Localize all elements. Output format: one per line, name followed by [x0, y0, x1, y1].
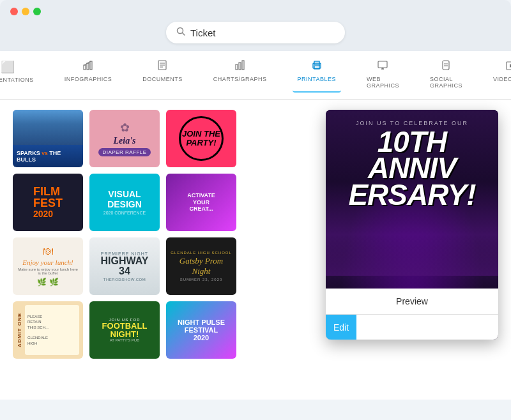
card-football[interactable]: JOIN US FOR FOOTBALLNIGHT! AT PATTY'S PU… [89, 301, 160, 359]
overlay-anniversary-card: JOIN US TO CELEBRATE OUR 10THANNIVERSARY… [326, 110, 498, 340]
svg-rect-3 [87, 63, 89, 70]
gatsby-school: GLENDALE HIGH SCHOOL [171, 251, 232, 255]
sidebar-item-documents[interactable]: DOCUMENTS [137, 57, 188, 93]
presentations-label: PRESENTATIONS [0, 77, 34, 83]
svg-point-15 [319, 64, 320, 66]
infographics-label: INFOGRAPHICS [65, 76, 112, 82]
leias-subtitle: DIAPER RAFFLE [98, 148, 150, 156]
lunch-leaves: 🌿 🌿 [37, 278, 59, 287]
documents-icon [158, 60, 167, 73]
card-visual[interactable]: VISUALDESIGN 2020 CONFERENCE [89, 174, 160, 231]
printables-label: PRINTABLES [298, 76, 336, 82]
lunch-icon: 🍽 [43, 246, 53, 257]
overlay-placeholder-4 [243, 301, 313, 359]
card-sparks[interactable]: SPARKS VS THE BULLS [13, 110, 83, 167]
printables-icon [312, 60, 322, 73]
svg-rect-9 [236, 64, 238, 70]
svg-rect-4 [90, 61, 92, 70]
sparks-text: SPARKS VS THE BULLS [17, 151, 79, 163]
visual-sub: 2020 CONFERENCE [103, 211, 146, 215]
traffic-light-green[interactable] [33, 8, 41, 15]
card-leias[interactable]: ✿ Leia's DIAPER RAFFLE [89, 110, 160, 167]
sidebar-item-infographics[interactable]: INFOGRAPHICS [59, 57, 118, 93]
charts-icon [235, 60, 245, 73]
visual-title: VISUALDESIGN [107, 190, 142, 209]
gatsby-sub: SUMMER 23, 2020 [180, 278, 223, 281]
search-icon [176, 27, 185, 38]
overlay-placeholder-3 [243, 237, 313, 295]
svg-rect-10 [239, 63, 241, 70]
charts-label: CHARTS/GRAPHS [213, 76, 267, 82]
sidebar-item-webgraphics[interactable]: WEB GRAPHICS [362, 57, 404, 93]
highway-title: HIGHWAY34 [101, 256, 149, 276]
card-lunch[interactable]: 🍽 Enjoy your lunch! Make sure to enjoy y… [13, 237, 83, 295]
card-gatsby[interactable]: GLENDALE HIGH SCHOOL Gatsby Prom Night S… [166, 237, 236, 295]
card-pulse[interactable]: NIGHT PULSEFESTIVAL2020 [166, 301, 236, 359]
browser-chrome [0, 0, 511, 51]
search-bar[interactable] [166, 22, 345, 43]
admit-vertical-text: ADMIT ONE [17, 313, 22, 347]
activate-text: ACTIVATEYOURCREAT... [187, 192, 215, 213]
overlay-image: JOIN US TO CELEBRATE OUR 10THANNIVERSARY… [326, 110, 498, 289]
documents-label: DOCUMENTS [142, 76, 183, 82]
svg-line-1 [183, 33, 185, 36]
browser-window: ⬜ PRESENTATIONS INFOGRAPHICS [0, 0, 511, 400]
webgraphics-icon [378, 60, 388, 73]
edit-button-wrapper: Edit ↖ [326, 315, 498, 340]
videogifs-icon [506, 60, 511, 73]
traffic-light-yellow[interactable] [22, 8, 29, 15]
filmfest-title: FILMFEST [33, 186, 63, 209]
sidebar-item-videogifs[interactable]: VIDEO/GIFS [488, 57, 511, 93]
party-text: JOIN THE PARTY! [181, 130, 222, 148]
gatsby-title: Gatsby Prom Night [170, 256, 233, 276]
leias-logo-icon: ✿ [120, 121, 130, 135]
preview-button[interactable]: Preview [326, 289, 498, 315]
svg-rect-16 [378, 61, 387, 68]
svg-rect-19 [443, 61, 449, 70]
search-input[interactable] [190, 27, 335, 38]
football-sub: AT PATTY'S PUB [110, 338, 139, 342]
sidebar-item-charts[interactable]: CHARTS/GRAPHS [208, 57, 272, 93]
card-party[interactable]: JOIN THE PARTY! [166, 110, 236, 167]
highway-venue: THERODSHOW.COM [103, 278, 146, 281]
nav-bar: ⬜ PRESENTATIONS INFOGRAPHICS [0, 51, 511, 100]
edit-button[interactable]: Edit [326, 315, 356, 340]
traffic-light-red[interactable] [10, 8, 18, 15]
party-circle: JOIN THE PARTY! [179, 116, 224, 161]
sidebar-item-socialgraphics[interactable]: SOCIAL GRAPHICS [425, 57, 468, 93]
lunch-title: Enjoy your lunch! [22, 259, 73, 266]
sidebar-item-printables[interactable]: PRINTABLES [293, 57, 341, 93]
overlay-placeholder-1 [243, 110, 313, 167]
infographics-icon [83, 60, 93, 73]
card-filmfest[interactable]: FILMFEST 2020 [13, 174, 83, 231]
pulse-title: NIGHT PULSEFESTIVAL2020 [178, 319, 225, 341]
videogifs-label: VIDEO/GIFS [493, 76, 511, 82]
presentations-icon: ⬜ [1, 60, 15, 74]
sparks-background [13, 110, 83, 145]
card-admit[interactable]: ADMIT ONE PLEASERETAINTHIS SCH...GLENDAL… [13, 301, 83, 359]
admit-right: PLEASERETAINTHIS SCH...GLENDALEHIGH [25, 305, 79, 355]
svg-rect-11 [242, 61, 244, 70]
socialgraphics-label: SOCIAL GRAPHICS [430, 76, 462, 89]
lunch-sub: Make sure to enjoy your lunch here is th… [17, 267, 79, 275]
template-grid: SPARKS VS THE BULLS ✿ Leia's DIAPER RAFF… [13, 110, 313, 359]
football-title: FOOTBALLNIGHT! [102, 322, 148, 338]
overlay-crowd [326, 237, 498, 276]
socialgraphics-icon [441, 60, 450, 73]
sidebar-item-presentations[interactable]: ⬜ PRESENTATIONS [0, 57, 39, 93]
overlay-buttons: Preview Edit ↖ [326, 289, 498, 340]
overlay-placeholder-2 [243, 174, 313, 231]
filmfest-year: 2020 [33, 209, 63, 219]
admit-text: PLEASERETAINTHIS SCH...GLENDALEHIGH [27, 314, 77, 346]
traffic-lights [10, 8, 501, 15]
card-highway[interactable]: PREMIERE NIGHT HIGHWAY34 THERODSHOW.COM [89, 237, 160, 295]
webgraphics-label: WEB GRAPHICS [367, 76, 399, 89]
search-bar-row [10, 22, 501, 51]
svg-rect-2 [84, 65, 86, 70]
main-content: SPARKS VS THE BULLS ✿ Leia's DIAPER RAFF… [0, 100, 511, 400]
overlay-big-text: 10THANNIVERSARY! [348, 129, 475, 208]
card-activate[interactable]: ACTIVATEYOURCREAT... [166, 174, 236, 231]
leias-title: Leia's [114, 136, 136, 146]
